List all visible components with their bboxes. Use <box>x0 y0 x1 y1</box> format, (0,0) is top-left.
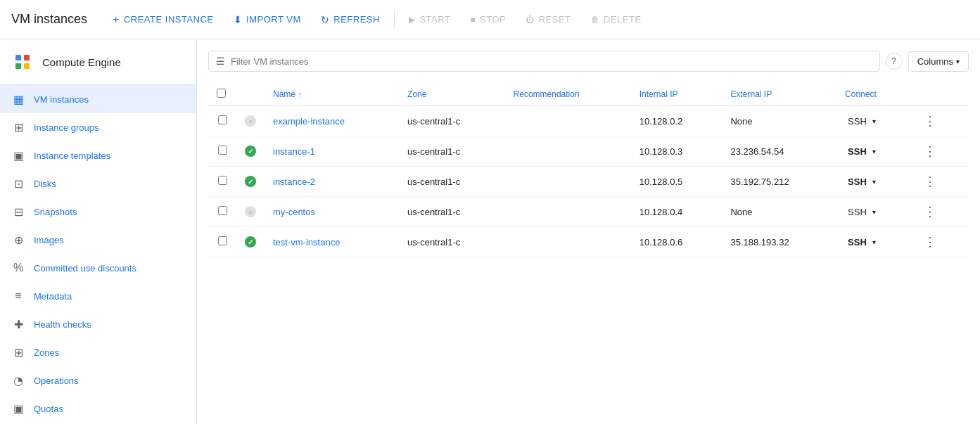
refresh-icon: ↻ <box>321 14 330 25</box>
toolbar: VM instances + CREATE INSTANCE ⬇ IMPORT … <box>0 0 980 39</box>
filter-input[interactable] <box>231 56 872 67</box>
sidebar-item-disks[interactable]: ⊡ Disks <box>0 169 196 198</box>
more-actions-button[interactable]: ⋮ <box>919 142 941 160</box>
chevron-down-icon: ▾ <box>872 178 876 186</box>
status-cell: ○ <box>236 106 265 136</box>
status-indicator: ✓ <box>245 236 256 248</box>
instance-external-ip: None <box>722 197 836 227</box>
ssh-button[interactable]: SSH <box>845 115 870 128</box>
instance-recommendation <box>505 227 631 257</box>
more-actions-button[interactable]: ⋮ <box>919 203 941 221</box>
sidebar-item-instance-templates[interactable]: ▣ Instance templates <box>0 141 196 169</box>
sidebar-item-vm-instances[interactable]: ▦ VM instances <box>0 85 196 113</box>
row-checkbox-2[interactable] <box>218 176 227 185</box>
ssh-button[interactable]: SSH <box>845 236 870 249</box>
start-button[interactable]: ▶ START <box>400 10 459 29</box>
sidebar-item-operations[interactable]: ◔ Operations <box>0 366 196 394</box>
more-actions-button[interactable]: ⋮ <box>919 172 941 191</box>
instance-recommendation <box>505 167 631 197</box>
select-all-checkbox[interactable] <box>217 89 226 98</box>
snapshots-label: Snapshots <box>34 207 77 217</box>
create-instance-icon: + <box>113 13 120 26</box>
connect-cell: SSH ▾ <box>836 167 911 197</box>
chevron-down-icon: ▾ <box>872 208 876 216</box>
instance-internal-ip: 10.128.0.2 <box>631 106 723 136</box>
row-checkbox-0[interactable] <box>218 115 227 124</box>
import-icon: ⬇ <box>234 14 243 25</box>
more-actions-button[interactable]: ⋮ <box>919 112 941 130</box>
recommendation-header: Recommendation <box>505 83 631 106</box>
instance-name[interactable]: example-instance <box>265 106 399 136</box>
sidebar-item-quotas[interactable]: ▣ Quotas <box>0 394 196 423</box>
row-checkbox-cell <box>208 197 236 227</box>
instance-internal-ip: 10.128.0.3 <box>631 136 723 167</box>
row-checkbox-4[interactable] <box>218 236 227 245</box>
stop-button[interactable]: ■ STOP <box>462 10 514 29</box>
instance-recommendation <box>505 136 631 167</box>
instance-name[interactable]: instance-2 <box>265 167 399 197</box>
create-instance-button[interactable]: + CREATE INSTANCE <box>104 9 222 30</box>
ssh-dropdown-button[interactable]: ▾ <box>871 207 877 217</box>
row-checkbox-cell <box>208 167 236 197</box>
columns-button[interactable]: Columns ▾ <box>908 51 969 72</box>
disks-icon: ⊡ <box>11 176 25 191</box>
ssh-button[interactable]: SSH <box>845 145 870 158</box>
table-body: ○ example-instance us-central1-c 10.128.… <box>208 106 969 257</box>
chevron-down-icon: ▾ <box>872 117 876 125</box>
sidebar-item-images[interactable]: ⊕ Images <box>0 226 196 254</box>
row-checkbox-1[interactable] <box>218 146 227 155</box>
sidebar-item-committed-use-discounts[interactable]: % Committed use discounts <box>0 254 196 282</box>
import-vm-button[interactable]: ⬇ IMPORT VM <box>225 10 310 30</box>
instance-zone: us-central1-c <box>399 197 504 227</box>
connect-cell: SSH ▾ <box>836 197 911 227</box>
sidebar-item-health-checks[interactable]: ✚ Health checks <box>0 310 196 338</box>
zones-label: Zones <box>34 347 59 358</box>
row-checkbox-3[interactable] <box>218 206 227 215</box>
ssh-dropdown-button[interactable]: ▾ <box>871 116 877 127</box>
instance-templates-label: Instance templates <box>34 150 110 161</box>
snapshots-icon: ⊟ <box>11 205 25 219</box>
filter-help-icon[interactable]: ? <box>886 53 903 70</box>
instance-zone: us-central1-c <box>399 136 504 167</box>
sidebar-item-instance-groups[interactable]: ⊞ Instance groups <box>0 113 196 141</box>
svg-rect-0 <box>15 55 21 60</box>
content-area: ☰ ? Columns ▾ Name <box>197 39 980 424</box>
sidebar-item-zones[interactable]: ⊞ Zones <box>0 338 196 366</box>
sidebar-item-snapshots[interactable]: ⊟ Snapshots <box>0 198 196 226</box>
operations-icon: ◔ <box>11 373 25 387</box>
filter-input-wrapper[interactable]: ☰ <box>208 51 880 72</box>
instance-internal-ip: 10.128.0.5 <box>631 167 723 197</box>
ssh-button[interactable]: SSH <box>845 175 870 188</box>
refresh-button[interactable]: ↻ REFRESH <box>312 10 388 30</box>
select-all-header <box>208 83 236 106</box>
instance-name[interactable]: my-centos <box>265 197 399 227</box>
instance-templates-icon: ▣ <box>11 148 25 162</box>
quotas-icon: ▣ <box>11 401 25 416</box>
health-checks-label: Health checks <box>34 319 91 330</box>
zone-header: Zone <box>399 83 504 106</box>
instance-external-ip: 35.188.193.32 <box>722 227 836 257</box>
ssh-dropdown-button[interactable]: ▾ <box>871 176 877 187</box>
ssh-button[interactable]: SSH <box>845 205 870 219</box>
chevron-down-icon: ▾ <box>872 238 876 246</box>
more-actions-button[interactable]: ⋮ <box>919 233 941 251</box>
vm-instances-icon: ▦ <box>11 92 25 106</box>
instance-zone: us-central1-c <box>399 167 504 197</box>
delete-button[interactable]: 🗑 DELETE <box>583 10 650 29</box>
page-title: VM instances <box>11 12 87 27</box>
instance-name[interactable]: test-vm-instance <box>265 227 399 257</box>
row-checkbox-cell <box>208 227 236 257</box>
ssh-dropdown-button[interactable]: ▾ <box>871 237 877 248</box>
ssh-dropdown-button[interactable]: ▾ <box>871 146 877 157</box>
status-cell: ✓ <box>236 227 265 257</box>
row-checkbox-cell <box>208 106 236 136</box>
sidebar-item-metadata[interactable]: ≡ Metadata <box>0 282 196 310</box>
vm-instances-label: VM instances <box>34 94 89 105</box>
instance-name[interactable]: instance-1 <box>265 136 399 167</box>
sidebar-items-container: ▦ VM instances ⊞ Instance groups ▣ Insta… <box>0 85 196 424</box>
table-row: ○ example-instance us-central1-c 10.128.… <box>208 106 969 136</box>
toolbar-actions: + CREATE INSTANCE ⬇ IMPORT VM ↻ REFRESH … <box>104 9 650 30</box>
status-header <box>236 83 265 106</box>
connect-cell: SSH ▾ <box>836 136 911 167</box>
reset-button[interactable]: ⏻ RESET <box>517 10 579 29</box>
